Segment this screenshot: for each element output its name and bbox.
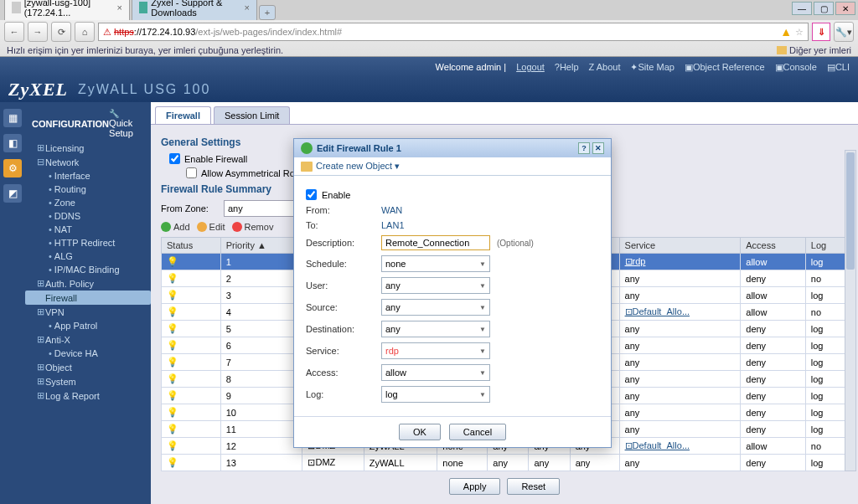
table-cell: 💡 [162,404,221,421]
nav-forward-button[interactable]: → [28,22,48,42]
toolbar-menu-button[interactable]: 🔧▾ [834,22,854,42]
grid-column-header[interactable]: Log [805,238,847,254]
logout-link[interactable]: Logout [516,62,545,72]
src-combo[interactable]: any [381,299,490,316]
help-link[interactable]: ?Help [555,62,579,72]
sidebar-item[interactable]: ALG [25,249,151,263]
enable-checkbox[interactable] [306,189,317,200]
window-max-button[interactable]: ▢ [814,2,834,15]
sidebar-item[interactable]: IP/MAC Binding [25,263,151,276]
other-bookmarks-button[interactable]: Diğer yer imleri [777,45,851,55]
url-scheme: https [114,27,134,37]
browser-tab-active[interactable]: [zywall-usg-100] (172.24.1... × [4,0,130,20]
grid-column-header[interactable]: Priority ▲ [220,238,302,254]
sidebar-item[interactable]: DDNS [25,209,151,223]
acc-combo[interactable]: allow [381,364,490,381]
new-tab-button[interactable]: + [259,5,276,20]
table-cell: any [619,270,741,287]
sidebar-item[interactable]: ⊞VPN [25,305,151,319]
quick-setup-label: Quick Setup [109,118,133,138]
browser-tab-inactive[interactable]: Zyxel - Support & Downloads × [132,0,257,20]
expand-icon: ⊟ [37,157,45,167]
url-host: ://172.24.10.93 [134,27,195,37]
nav-back-button[interactable]: ← [4,22,24,42]
cli-link[interactable]: ▤CLI [827,62,850,73]
grid-column-header[interactable]: Access [741,238,806,254]
sidebar-item-label: ALG [54,251,73,261]
iconbar-monitor[interactable]: ◧ [3,134,22,152]
extension-button[interactable]: ⇓ [812,23,830,41]
edit-button[interactable]: Edit [197,222,225,232]
sidebar-item[interactable]: ⊞Object [25,360,151,374]
sidebar-item[interactable]: ⊞Licensing [25,141,151,155]
tab-firewall[interactable]: Firewall [155,106,211,124]
add-button[interactable]: Add [161,222,190,232]
apply-button[interactable]: Apply [449,478,501,495]
about-link[interactable]: Z About [589,62,621,72]
address-bar-row: ← → ⟳ ⌂ ⚠ https ://172.24.10.93 /ext-js/… [0,20,858,44]
enable-label: Enable [322,190,350,200]
sitemap-link[interactable]: ✦Site Map [630,62,674,73]
allow-asym-checkbox[interactable] [186,167,197,178]
window-min-button[interactable]: — [792,2,812,15]
sidebar-item[interactable]: Interface [25,169,151,183]
ok-button[interactable]: OK [399,424,441,440]
nav-home-button[interactable]: ⌂ [75,22,95,42]
log-combo[interactable]: log [381,386,490,403]
reset-button[interactable]: Reset [507,478,560,495]
sidebar-item[interactable]: ⊞Firewall [25,291,151,305]
nav-reload-button[interactable]: ⟳ [51,22,71,42]
sidebar-item[interactable]: Zone [25,196,151,209]
sidebar-item[interactable]: ⊞Anti-X [25,332,151,347]
iconbar-maintain[interactable]: ◩ [3,184,22,203]
url-input[interactable]: ⚠ https ://172.24.10.93 /ext-js/web-page… [98,23,809,41]
tab-session-limit[interactable]: Session Limit [214,106,290,124]
to-label: To: [306,220,381,230]
vertical-scrollbar[interactable] [845,150,856,471]
brand-logo: ZyXEL [8,79,68,100]
quick-setup-link[interactable]: 🔧 Quick Setup [109,109,144,138]
create-object-button[interactable]: Create new Object ▾ [294,157,611,176]
bookmark-star-icon[interactable]: ☆ [795,27,804,38]
dialog-controls: ? ✕ [578,142,604,154]
grid-column-header[interactable]: Status [162,238,221,254]
desc-input[interactable] [381,235,490,250]
dialog-titlebar[interactable]: Edit Firewall Rule 1 ? ✕ [294,139,611,157]
iconbar-config[interactable]: ⚙ [3,159,22,177]
topbar-links: Welcome admin | Logout ?Help Z About ✦Si… [436,62,850,73]
sidebar-item[interactable]: ⊟Network [25,155,151,169]
sidebar-item[interactable]: ⊞Log & Report [25,388,151,403]
table-cell: 💡 [162,388,221,404]
grid-column-header[interactable]: Service [619,238,741,254]
window-close-button[interactable]: ✕ [835,2,855,15]
sidebar-item[interactable]: HTTP Redirect [25,236,151,249]
sidebar-item[interactable]: Routing [25,183,151,196]
tab-close-icon[interactable]: × [245,3,250,13]
scrollbar-thumb[interactable] [846,152,855,270]
table-cell: 12 [220,438,302,455]
svc-combo[interactable]: rdp [381,342,490,359]
iconbar-dashboard[interactable]: ▦ [3,109,22,127]
sidebar-item[interactable]: ⊞Auth. Policy [25,276,151,291]
objref-link[interactable]: ▣Object Reference [685,62,765,73]
sched-combo[interactable]: none [381,255,490,272]
console-link[interactable]: ▣Console [775,62,817,73]
table-row[interactable]: 💡13⊡DMZZyWALLnoneanyanyanyanydenylog [162,455,848,471]
table-cell: 9 [220,388,302,404]
enable-firewall-checkbox[interactable] [169,153,180,164]
dialog-close-button[interactable]: ✕ [592,142,604,154]
sidebar-item[interactable]: ⊞System [25,374,151,388]
sidebar-item-label: NAT [54,224,72,234]
sidebar-item[interactable]: App Patrol [25,319,151,332]
table-cell: log [805,388,847,404]
user-combo[interactable]: any [381,277,490,294]
dst-combo[interactable]: any [381,321,490,337]
user-label: User: [306,280,381,291]
sidebar-item-label: IP/MAC Binding [54,265,120,275]
sidebar-item[interactable]: Device HA [25,347,151,360]
sidebar-item[interactable]: NAT [25,223,151,236]
remove-button[interactable]: Remov [232,222,274,232]
cancel-button[interactable]: Cancel [449,424,506,440]
dialog-help-button[interactable]: ? [578,142,590,154]
tab-close-icon[interactable]: × [117,3,122,13]
